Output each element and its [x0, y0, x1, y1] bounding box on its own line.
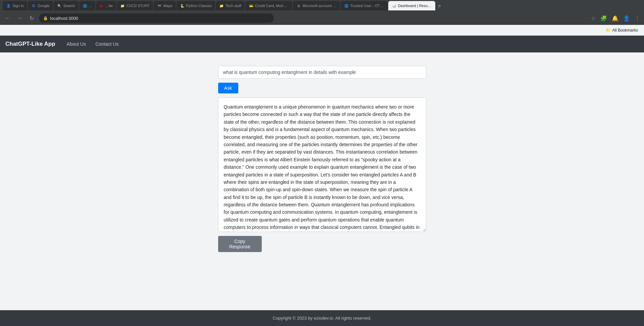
browser-toolbar: ← → ↻ 🔒 localhost:3000 ☆ 🧩 🔔 👤 ⋮ [0, 11, 644, 25]
query-input[interactable] [218, 66, 426, 79]
query-container: Ask Quantum entanglement is a unique phe… [218, 66, 426, 252]
tab-label-sign-in: Sign In [12, 4, 24, 8]
tab-favicon-credit: 💳 [249, 3, 253, 8]
tab-favicon-google: G [31, 3, 36, 8]
tab-favicon-microsoft: ⊞ [296, 3, 301, 8]
tab-favicon-trusted: 🌐 [344, 3, 349, 8]
tab-favicon-python: 🐍 [180, 3, 185, 8]
tab-label-cicd: CI/CD STUFF [127, 4, 149, 8]
bookmarks-folder-icon: 📁 [606, 28, 611, 33]
tab-favicon-misc: 🌐 [83, 3, 87, 8]
browser-toolbar-right: ☆ 🧩 🔔 👤 ⋮ [590, 14, 641, 23]
all-bookmarks-button[interactable]: 📁 All Bookmarks [603, 27, 641, 34]
main-content: Ask Quantum entanglement is a unique phe… [0, 52, 644, 310]
tab-label-google: Google [38, 4, 49, 8]
tab-label-youtube: ...be [106, 4, 113, 8]
tab-favicon-dashboard: 📊 [392, 3, 396, 8]
tab-favicon-cicd: 📁 [120, 3, 125, 8]
tab-label-maps: Maps [163, 4, 172, 8]
all-bookmarks-label: All Bookmarks [612, 28, 638, 33]
tab-label-microsoft: Microsoft account |... [303, 4, 337, 8]
tab-label-dashboard: Dashboard | Resum... [398, 4, 432, 8]
tab-favicon-youtube: ▶ [99, 3, 104, 8]
ask-button[interactable]: Ask [218, 83, 238, 93]
tab-dashboard[interactable]: 📊 Dashboard | Resum... [388, 1, 435, 10]
response-area: Quantum entanglement is a unique phenome… [218, 97, 426, 232]
nav-links: About Us Contact Us [63, 39, 122, 49]
lock-icon: 🔒 [43, 16, 48, 21]
copy-response-button[interactable]: Copy Response [218, 236, 262, 252]
back-icon: ← [5, 15, 10, 21]
forward-button[interactable]: → [15, 13, 24, 23]
tab-maps[interactable]: 🗺 Maps [154, 1, 176, 10]
tab-credit[interactable]: 💳 Credit Card, Mortga... [245, 1, 292, 10]
browser-tabs: 👤 Sign In G Google 🔍 Search 🌐 ... ▶ ...b… [0, 0, 644, 11]
tab-sign-in[interactable]: 👤 Sign In [3, 1, 27, 10]
app-brand[interactable]: ChatGPT-Like App [5, 41, 55, 47]
tab-label-search: Search [63, 4, 75, 8]
tab-youtube[interactable]: ▶ ...be [96, 1, 116, 10]
back-button[interactable]: ← [3, 13, 12, 23]
tab-google[interactable]: G Google [28, 1, 53, 10]
tab-label-trusted: Trusted User - OTP... [350, 4, 384, 8]
address-bar[interactable]: 🔒 localhost:3000 [39, 13, 274, 23]
tab-microsoft[interactable]: ⊞ Microsoft account |... [293, 1, 340, 10]
tab-search[interactable]: 🔍 Search [54, 1, 79, 10]
forward-icon: → [17, 15, 22, 21]
tab-tech[interactable]: 📁 Tech stuff [216, 1, 245, 10]
tab-favicon-search: 🔍 [57, 3, 62, 8]
tab-label-credit: Credit Card, Mortga... [255, 4, 289, 8]
tab-favicon-maps: 🗺 [157, 3, 162, 8]
url-text: localhost:3000 [50, 16, 78, 21]
tab-trusted[interactable]: 🌐 Trusted User - OTP... [341, 1, 388, 10]
notifications-icon[interactable]: 🔔 [610, 14, 620, 23]
browser-chrome: 👤 Sign In G Google 🔍 Search 🌐 ... ▶ ...b… [0, 0, 644, 36]
menu-icon[interactable]: ⋮ [633, 14, 641, 23]
tab-python[interactable]: 🐍 Python Classes [177, 1, 215, 10]
nav-link-about[interactable]: About Us [63, 39, 90, 49]
tab-favicon-sign-in: 👤 [6, 3, 11, 8]
bookmarks-bar: 📁 All Bookmarks [0, 25, 644, 36]
tab-misc[interactable]: 🌐 ... [79, 1, 95, 10]
more-tabs-button[interactable]: » [436, 3, 443, 9]
tab-label-misc: ... [89, 4, 92, 8]
reload-button[interactable]: ↻ [27, 13, 36, 23]
extensions-icon[interactable]: 🧩 [599, 14, 608, 23]
footer-text: Copyright © 2023 by eziodev.io. All righ… [273, 316, 371, 321]
star-icon[interactable]: ☆ [590, 14, 597, 23]
nav-link-contact[interactable]: Contact Us [92, 39, 122, 49]
profile-icon[interactable]: 👤 [622, 14, 631, 23]
tab-label-python: Python Classes [186, 4, 212, 8]
reload-icon: ↻ [30, 15, 34, 22]
app-nav: ChatGPT-Like App About Us Contact Us [0, 36, 644, 52]
tab-favicon-tech: 📁 [219, 3, 224, 8]
tab-label-tech: Tech stuff [226, 4, 241, 8]
app-footer: Copyright © 2023 by eziodev.io. All righ… [0, 310, 644, 326]
tab-cicd[interactable]: 📁 CI/CD STUFF [117, 1, 153, 10]
